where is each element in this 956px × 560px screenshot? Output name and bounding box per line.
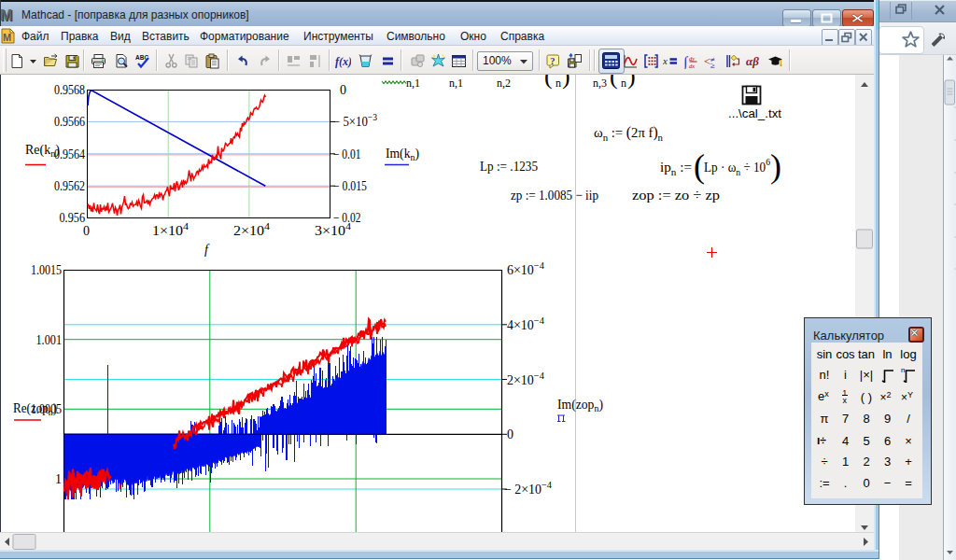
svg-text:4×10−4: 4×10−4	[507, 315, 545, 332]
svg-text:6×10−4: 6×10−4	[507, 260, 545, 277]
svg-text:?: ?	[550, 56, 555, 66]
svg-text:0: 0	[507, 427, 513, 441]
svg-text:Lp · ωn ÷ 106: Lp · ωn ÷ 106	[704, 156, 770, 177]
svg-text:3×104: 3×104	[315, 221, 352, 238]
svg-text:Im(zopn): Im(zopn)	[557, 397, 603, 413]
svg-text:ipn :=: ipn :=	[660, 160, 692, 177]
svg-text:dy: dy	[689, 55, 695, 62]
svg-text:0.9562: 0.9562	[54, 179, 85, 193]
svg-text:n: n	[621, 77, 626, 90]
svg-text:M: M	[3, 32, 11, 43]
svg-text:1.001: 1.001	[36, 333, 63, 347]
svg-text:Lp := .1235: Lp := .1235	[480, 159, 538, 174]
svg-text:− 0.01: − 0.01	[333, 147, 361, 161]
svg-text:Re(kn): Re(kn)	[25, 142, 60, 159]
svg-text:2×10−4: 2×10−4	[507, 371, 545, 387]
svg-text:αβ: αβ	[746, 54, 759, 68]
svg-text:f: f	[204, 243, 210, 257]
svg-text:zp := 1.0085 − iip: zp := 1.0085 − iip	[511, 188, 598, 203]
svg-text:0.956: 0.956	[60, 211, 86, 225]
svg-text:): )	[770, 147, 781, 185]
svg-text:zop := zo ÷ zp: zop := zo ÷ zp	[632, 188, 720, 203]
svg-text:n: n	[901, 367, 905, 374]
svg-text:n,2: n,2	[497, 77, 511, 90]
svg-text:f(x): f(x)	[335, 55, 351, 68]
svg-text:0.9568: 0.9568	[54, 83, 85, 97]
svg-text:n: n	[555, 77, 561, 90]
svg-text:− 2×10−4: − 2×10−4	[504, 480, 553, 497]
svg-text:0.9566: 0.9566	[54, 115, 85, 129]
svg-text:1×104: 1×104	[152, 221, 190, 238]
svg-text:(: (	[610, 75, 618, 90]
svg-text:Im(kn): Im(kn)	[386, 146, 419, 162]
svg-text:): )	[562, 75, 570, 90]
svg-text:dx: dx	[689, 63, 695, 69]
svg-text:≥: ≥	[710, 61, 715, 69]
svg-text:1.0015: 1.0015	[31, 263, 62, 277]
svg-text:(: (	[544, 75, 553, 90]
svg-text:− 5×10−3: − 5×10−3	[333, 112, 377, 129]
svg-text:ωn := (2π f)n: ωn := (2π f)n	[594, 124, 663, 143]
svg-text:x: x	[663, 55, 668, 66]
svg-text:0: 0	[83, 224, 90, 238]
svg-text:2×104: 2×104	[233, 221, 271, 238]
svg-text:1: 1	[55, 472, 62, 486]
svg-text:n,1: n,1	[406, 77, 420, 90]
svg-text:n,1: n,1	[449, 77, 463, 90]
svg-text:): )	[627, 75, 636, 90]
svg-text:0: 0	[340, 83, 346, 97]
svg-text:...\cal_.txt: ...\cal_.txt	[728, 107, 782, 120]
svg-text:− 0.015: − 0.015	[333, 179, 367, 193]
svg-text:n,3: n,3	[593, 77, 607, 90]
